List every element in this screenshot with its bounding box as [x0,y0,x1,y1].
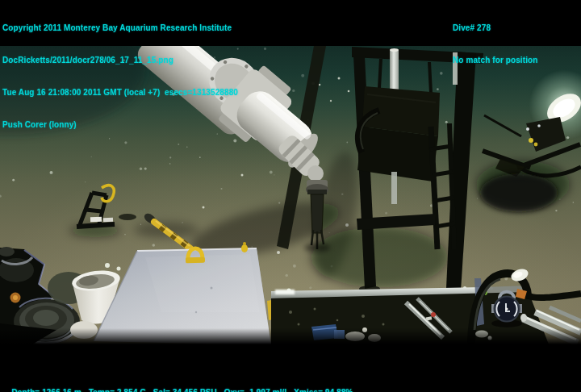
transmissivity-readout: Xmiss= 94.88% [294,387,353,392]
position-status: No match for position [453,55,537,65]
rack-reflective-strip [90,217,102,222]
copyright-line: Copyright 2011 Monterey Bay Aquarium Res… [2,23,238,33]
rov-video-screen: Copyright 2011 Monterey Bay Aquarium Res… [0,0,581,392]
overlay-top-left: Copyright 2011 Monterey Bay Aquarium Res… [2,1,238,152]
oxygen-readout: Oxy= -1.997 ml/l [224,387,286,392]
bottom-fade [0,328,581,344]
telemetry-status-bar: Depth= 1266.16 mTemp= 2.854 CSal= 34.456… [2,377,361,392]
salinity-readout: Sal= 34.456 PSU [153,387,217,392]
filepath-line: DocRicketts/2011/docr278/06_17_11_15.png [2,55,238,65]
overlay-top-right: Dive# 278 No match for position [453,1,537,87]
timestamp-line: Tue Aug 16 21:08:00 2011 GMT (local +7) … [2,87,238,98]
dive-number: Dive# 278 [453,23,537,33]
activity-line: Push Corer (lonny) [2,119,238,130]
temp-readout: Temp= 2.854 C [89,387,146,392]
corer-handle-tube [390,49,399,94]
depth-readout: Depth= 1266.16 m [12,387,82,392]
